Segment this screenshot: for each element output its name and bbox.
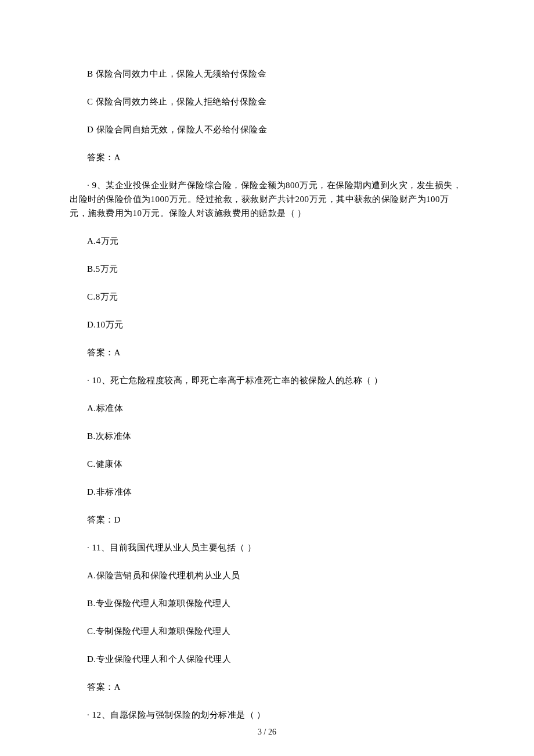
- q8-option-b: B 保险合同效力中止，保险人无须给付保险金: [70, 67, 464, 81]
- q10-option-a: A.标准体: [70, 401, 464, 415]
- q10-stem: · 10、死亡危险程度较高，即死亡率高于标准死亡率的被保险人的总称（ ）: [70, 373, 464, 387]
- q10-option-c: C.健康体: [70, 457, 464, 471]
- q10-answer: 答案：D: [70, 513, 464, 527]
- q8-option-d: D 保险合同自始无效，保险人不必给付保险金: [70, 123, 464, 136]
- q9-answer: 答案：A: [70, 345, 464, 359]
- q11-answer: 答案：A: [70, 680, 464, 694]
- q9-stem: · 9、某企业投保企业财产保险综合险，保险金额为800万元，在保险期内遭到火灾，…: [70, 178, 464, 220]
- q10-option-b: B.次标准体: [70, 429, 464, 443]
- q9-option-d: D.10万元: [70, 318, 464, 332]
- q11-option-c: C.专制保险代理人和兼职保险代理人: [70, 624, 464, 638]
- page-footer: 3 / 26: [0, 726, 534, 739]
- q8-option-c: C 保险合同效力终止，保险人拒绝给付保险金: [70, 95, 464, 109]
- q12-stem: · 12、自愿保险与强制保险的划分标准是（ ）: [70, 708, 464, 722]
- q9-option-a: A.4万元: [70, 234, 464, 248]
- q11-option-d: D.专业保险代理人和个人保险代理人: [70, 652, 464, 666]
- q8-answer: 答案：A: [70, 150, 464, 164]
- page-content: B 保险合同效力中止，保险人无须给付保险金 C 保险合同效力终止，保险人拒绝给付…: [0, 0, 534, 756]
- q10-option-d: D.非标准体: [70, 485, 464, 499]
- q11-option-a: A.保险营销员和保险代理机构从业人员: [70, 568, 464, 582]
- q11-option-b: B.专业保险代理人和兼职保险代理人: [70, 596, 464, 610]
- q11-stem: · 11、目前我国代理从业人员主要包括（ ）: [70, 541, 464, 555]
- q9-option-b: B.5万元: [70, 262, 464, 276]
- q9-option-c: C.8万元: [70, 290, 464, 304]
